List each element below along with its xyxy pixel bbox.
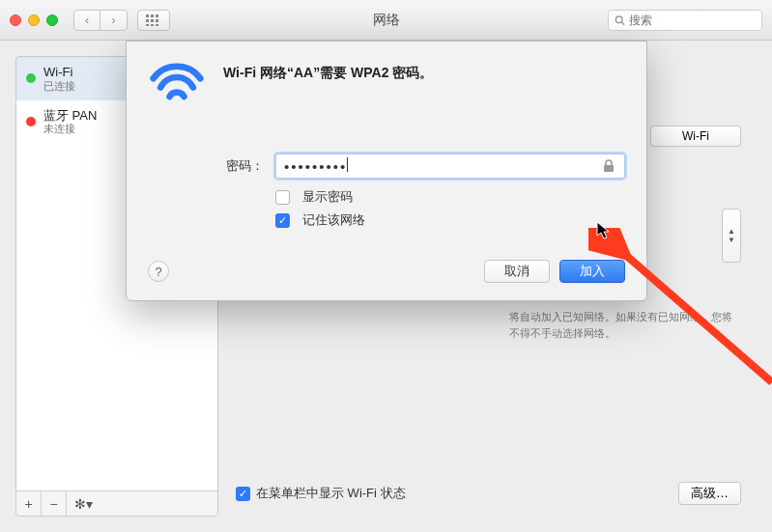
show-password-label: 显示密码	[302, 188, 353, 206]
sidebar-item-name: 蓝牙 PAN	[43, 108, 97, 124]
svg-rect-0	[146, 14, 149, 17]
zoom-window-button[interactable]	[46, 14, 58, 26]
advanced-button[interactable]: 高级…	[678, 482, 741, 505]
svg-rect-1	[151, 14, 154, 17]
search-icon	[615, 14, 625, 26]
show-wifi-menubar-label: 在菜单栏中显示 Wi-Fi 状态	[256, 485, 406, 502]
sidebar-item-status: 已连接	[43, 80, 75, 93]
svg-rect-2	[156, 14, 158, 17]
svg-rect-8	[156, 24, 158, 26]
svg-rect-4	[151, 19, 154, 22]
auto-join-help-text: 将自动加入已知网络。如果没有已知网络，您将不得不手动选择网络。	[509, 309, 741, 341]
svg-rect-11	[604, 165, 614, 172]
lock-icon	[601, 158, 616, 174]
service-actions-button[interactable]: ✻▾	[67, 491, 100, 516]
nav-buttons: ‹ ›	[73, 10, 128, 31]
show-password-checkbox[interactable]	[275, 190, 290, 205]
remember-network-checkbox[interactable]	[275, 213, 290, 228]
svg-point-9	[615, 15, 622, 22]
password-label: 密码：	[210, 157, 264, 175]
show-all-prefs-button[interactable]	[137, 10, 170, 31]
remove-service-button[interactable]: −	[42, 491, 67, 516]
window-titlebar: ‹ › 网络	[0, 0, 772, 41]
svg-line-10	[621, 22, 624, 25]
back-button[interactable]: ‹	[73, 10, 100, 31]
svg-rect-7	[151, 24, 154, 26]
status-dot-icon	[26, 117, 36, 126]
close-window-button[interactable]	[10, 14, 21, 26]
add-service-button[interactable]: +	[16, 491, 42, 516]
sidebar-item-name: Wi-Fi	[43, 65, 75, 80]
password-value: •••••••••	[284, 158, 347, 175]
sidebar-item-status: 未连接	[43, 123, 97, 135]
wifi-toggle-button[interactable]: Wi-Fi	[650, 126, 741, 147]
status-dot-icon	[26, 73, 36, 83]
remember-network-label: 记住该网络	[302, 211, 365, 229]
help-button[interactable]: ?	[148, 261, 169, 282]
bottom-bar: 在菜单栏中显示 Wi-Fi 状态 高级…	[236, 482, 741, 505]
minimize-window-button[interactable]	[28, 14, 40, 26]
cancel-button[interactable]: 取消	[484, 260, 550, 283]
show-wifi-menubar-checkbox[interactable]	[236, 487, 250, 501]
dialog-title: Wi-Fi 网络“AA”需要 WPA2 密码。	[223, 65, 433, 82]
network-select-stepper[interactable]: ▲▼	[722, 209, 741, 263]
svg-rect-5	[156, 19, 158, 22]
search-field-wrap[interactable]	[608, 10, 762, 31]
password-input[interactable]: •••••••••	[275, 154, 625, 179]
sidebar-footer: + − ✻▾	[16, 490, 217, 516]
window-traffic-lights	[10, 14, 58, 26]
forward-button[interactable]: ›	[100, 10, 128, 31]
wifi-password-dialog: Wi-Fi 网络“AA”需要 WPA2 密码。 密码： ••••••••• 显示…	[126, 41, 647, 301]
join-button[interactable]: 加入	[559, 260, 625, 283]
wifi-icon	[148, 59, 206, 109]
svg-rect-3	[146, 19, 149, 22]
search-input[interactable]	[629, 14, 756, 27]
svg-rect-6	[146, 24, 149, 26]
